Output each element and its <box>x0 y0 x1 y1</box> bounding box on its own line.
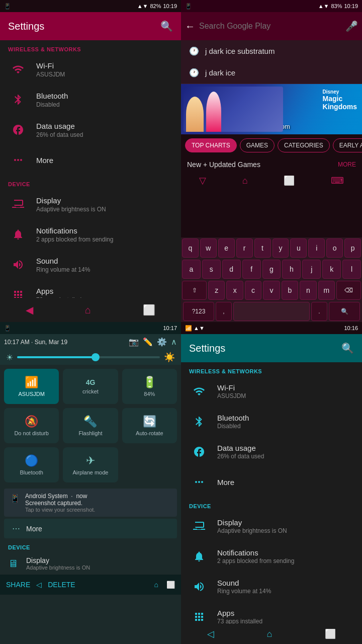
pill-top-charts[interactable]: TOP CHARTS <box>185 138 237 152</box>
qs-flashlight-tile[interactable]: 🔦 Flashlight <box>63 408 118 443</box>
back-nav-q1[interactable]: ◀ <box>26 304 33 316</box>
key-n[interactable]: n <box>300 281 316 300</box>
suggestion-1[interactable]: 🕐 j dark ice substratum <box>181 40 362 62</box>
key-y[interactable]: y <box>273 238 289 258</box>
bluetooth-item-q4[interactable]: Bluetooth Disabled <box>181 407 362 437</box>
bluetooth-item-q1[interactable]: Bluetooth Disabled <box>0 85 181 115</box>
back-arrow-icon[interactable]: ◁ <box>36 581 42 589</box>
datausage-icon-q4 <box>189 442 209 462</box>
play-banner[interactable]: DisneyMagicKingdoms Invite Belle & Beast… <box>181 84 362 134</box>
more-link[interactable]: MORE <box>338 161 356 168</box>
more-item-q4[interactable]: More <box>181 467 362 497</box>
key-j[interactable]: j <box>302 260 321 279</box>
search-key[interactable]: 🔍 <box>329 302 360 321</box>
notifications-item-q4[interactable]: Notifications 2 apps blocked from sendin… <box>181 541 362 572</box>
collapse-icon-q3[interactable]: ∧ <box>171 337 177 347</box>
key-r[interactable]: r <box>236 238 253 258</box>
display-item-q1[interactable]: Display Adaptive brightness is ON <box>0 189 181 219</box>
key-h[interactable]: h <box>282 260 301 279</box>
key-k[interactable]: k <box>322 260 341 279</box>
more-item-q3[interactable]: ⋯ More <box>4 519 177 538</box>
notifications-subtitle-q4: 2 apps blocked from sending <box>217 557 354 565</box>
camera-icon-q3[interactable]: 📷 <box>129 337 139 347</box>
mic-icon-q2[interactable]: 🎤 <box>345 20 358 32</box>
pill-categories[interactable]: CATEGORIES <box>278 138 330 152</box>
quick-settings-icons: 📷 ✏️ ⚙️ ∧ <box>129 337 177 347</box>
home-nav-q1[interactable]: ⌂ <box>85 304 91 316</box>
settings-icon-q3[interactable]: ⚙️ <box>157 337 167 347</box>
display-item-q3[interactable]: 🖥 Display Adaptive brightness is ON <box>0 552 181 575</box>
key-s[interactable]: s <box>202 260 221 279</box>
key-x[interactable]: x <box>226 281 243 300</box>
recents-nav-q4[interactable]: ⬜ <box>325 628 336 639</box>
brightness-slider[interactable] <box>17 356 160 358</box>
home-nav-q3[interactable]: ⌂ <box>154 581 158 589</box>
key-w[interactable]: w <box>200 238 217 258</box>
key-e[interactable]: e <box>218 238 235 258</box>
datausage-item-q1[interactable]: Data usage 26% of data used <box>0 115 181 145</box>
key-g[interactable]: g <box>262 260 281 279</box>
recents-nav-q3[interactable]: ⬜ <box>166 581 175 589</box>
delete-key[interactable]: ⌫ <box>336 281 361 300</box>
key-l[interactable]: l <box>342 260 361 279</box>
back-nav-q2[interactable]: ▽ <box>199 175 206 186</box>
period-key[interactable]: . <box>311 302 327 321</box>
key-m[interactable]: m <box>318 281 335 300</box>
share-label[interactable]: SHARE <box>6 581 30 589</box>
key-d[interactable]: d <box>222 260 241 279</box>
play-search-input[interactable] <box>199 22 341 31</box>
key-a[interactable]: a <box>182 260 201 279</box>
key-o[interactable]: o <box>326 238 343 258</box>
suggestion-2[interactable]: 🕐 j dark ice <box>181 62 362 84</box>
search-icon-q1[interactable]: 🔍 <box>160 20 173 32</box>
qs-4g-tile[interactable]: 4G cricket <box>63 369 118 404</box>
section-device-q4: DEVICE <box>181 497 362 511</box>
back-button-q2[interactable]: ← <box>185 21 195 32</box>
pill-early-access[interactable]: EARLY ACCESS <box>333 138 362 152</box>
recents-nav-q2[interactable]: ⬜ <box>284 175 295 186</box>
wifi-item-q4[interactable]: Wi-Fi ASUSJDM <box>181 376 362 407</box>
sound-item-q4[interactable]: Sound Ring volume at 14% <box>181 572 362 602</box>
keyboard-hide-q2[interactable]: ⌨ <box>331 175 344 186</box>
shift-key[interactable]: ⇧ <box>182 281 207 300</box>
qs-dnd-tile[interactable]: 🔕 Do not disturb <box>4 408 59 443</box>
qs-bluetooth-tile[interactable]: 🔵 Bluetooth <box>4 447 59 482</box>
qs-battery-tile[interactable]: 🔋 84% <box>122 369 177 404</box>
key-i[interactable]: i <box>308 238 325 258</box>
key-b[interactable]: b <box>282 281 298 300</box>
section-wireless-q4: WIRELESS & NETWORKS <box>181 362 362 376</box>
key-t[interactable]: t <box>254 238 271 258</box>
space-key[interactable] <box>233 302 310 321</box>
qs-autorotate-tile[interactable]: 🔄 Auto-rotate <box>122 408 177 443</box>
pill-games[interactable]: GAMES <box>240 138 275 152</box>
wifi-icon-q4 <box>189 381 209 401</box>
key-q[interactable]: q <box>182 238 199 258</box>
screenshot-toast[interactable]: 📱 Android System · now Screenshot captur… <box>4 489 177 517</box>
display-item-q4[interactable]: Display Adaptive brightness is ON <box>181 511 362 541</box>
home-nav-q2[interactable]: ⌂ <box>242 176 248 186</box>
qs-wifi-tile[interactable]: 📶 ASUSJDM <box>4 369 59 404</box>
battery-tile-label: 84% <box>144 391 155 397</box>
key-f[interactable]: f <box>242 260 261 279</box>
search-button-q4[interactable]: 🔍 <box>341 342 354 354</box>
notifications-item-q1[interactable]: Notifications 2 apps blocked from sendin… <box>0 219 181 250</box>
delete-label[interactable]: DELETE <box>48 581 75 589</box>
key-c[interactable]: c <box>245 281 261 300</box>
recents-nav-q1[interactable]: ⬜ <box>143 304 155 316</box>
datausage-item-q4[interactable]: Data usage 26% of data used <box>181 437 362 467</box>
key-u[interactable]: u <box>290 238 307 258</box>
key-v[interactable]: v <box>263 281 280 300</box>
edit-icon-q3[interactable]: ✏️ <box>143 337 153 347</box>
qs-airplane-tile[interactable]: ✈ Airplane mode <box>63 447 118 482</box>
home-nav-q4[interactable]: ⌂ <box>267 629 273 639</box>
symbols-key[interactable]: ?123 <box>183 302 214 321</box>
key-z[interactable]: z <box>208 281 225 300</box>
more-item-q1[interactable]: More <box>0 145 181 175</box>
comma-key[interactable]: , <box>216 302 232 321</box>
sound-item-q1[interactable]: Sound Ring volume at 14% <box>0 250 181 280</box>
back-nav-q4[interactable]: ◁ <box>207 628 214 639</box>
battery-q2: 83% <box>331 3 342 9</box>
wifi-item-q1[interactable]: Wi-Fi ASUSJDM <box>0 54 181 85</box>
key-p[interactable]: p <box>344 238 361 258</box>
more-icon-q1 <box>8 150 28 170</box>
